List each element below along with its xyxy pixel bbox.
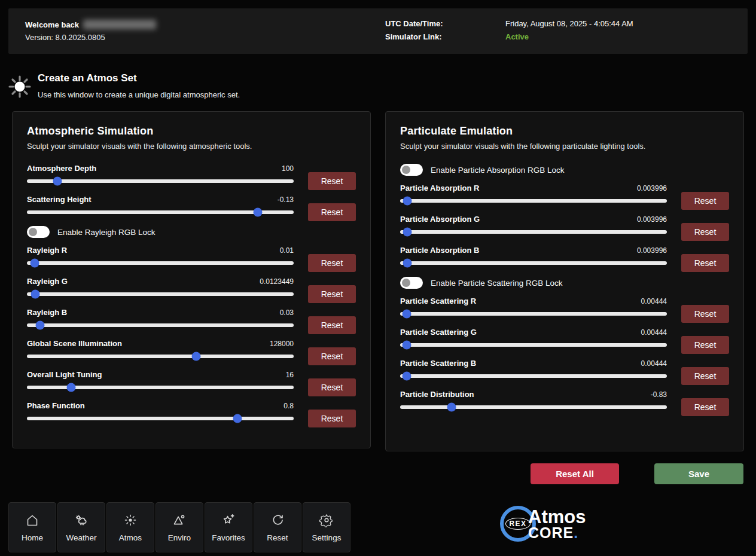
slider-value: 0.01	[280, 246, 294, 255]
toggle-switch[interactable]	[400, 164, 423, 176]
slider-row: Scattering Height -0.13 Reset	[27, 195, 356, 218]
slider-thumb[interactable]	[402, 372, 411, 381]
reset-button[interactable]: Reset	[308, 203, 356, 221]
nav-settings-button[interactable]: Settings	[303, 502, 350, 552]
slider-value: 0.003996	[637, 246, 667, 255]
reset-button[interactable]: Reset	[308, 410, 356, 427]
slider-thumb[interactable]	[53, 177, 62, 186]
slider-thumb[interactable]	[447, 403, 456, 412]
slider[interactable]	[27, 351, 294, 362]
slider[interactable]	[27, 413, 294, 424]
slider[interactable]	[400, 308, 667, 319]
slider-thumb[interactable]	[192, 352, 201, 361]
toggle-row: Enable Particle Absorption RGB Lock	[400, 164, 729, 176]
reset-button[interactable]: Reset	[308, 378, 356, 396]
reset-button[interactable]: Reset	[308, 254, 356, 272]
reset-button[interactable]: Reset	[308, 172, 356, 190]
slider-thumb[interactable]	[233, 414, 242, 423]
slider-row: Rayleigh B 0.03 Reset	[27, 308, 356, 331]
slider[interactable]	[400, 371, 667, 381]
refresh-icon	[270, 513, 285, 527]
slider-label: Particle Absorption G	[400, 215, 480, 224]
gear-icon	[319, 513, 334, 527]
nav-label: Weather	[66, 533, 97, 542]
weather-gear-icon	[74, 513, 89, 527]
toggle-knob	[402, 279, 410, 287]
slider-value: 0.8	[284, 402, 294, 410]
nav-label: Reset	[267, 533, 288, 542]
slider-track[interactable]	[400, 199, 667, 203]
reset-button[interactable]: Reset	[308, 347, 356, 365]
slider[interactable]	[27, 258, 294, 268]
reset-button[interactable]: Reset	[308, 316, 356, 334]
slider-value: 16	[286, 371, 294, 379]
slider-thumb[interactable]	[402, 310, 411, 319]
slider-track[interactable]	[400, 230, 667, 234]
nav-reset-button[interactable]: Reset	[254, 502, 301, 552]
slider-thumb[interactable]	[31, 290, 40, 299]
slider-thumb[interactable]	[36, 321, 45, 330]
nav-enviro-button[interactable]: Enviro	[156, 502, 203, 552]
slider-thumb[interactable]	[402, 341, 411, 350]
reset-button[interactable]: Reset	[681, 398, 729, 416]
save-button[interactable]: Save	[654, 463, 743, 484]
slider-thumb[interactable]	[403, 197, 411, 206]
slider-value: 100	[282, 164, 294, 173]
reset-button[interactable]: Reset	[681, 254, 729, 272]
slider-label: Rayleigh B	[27, 308, 67, 317]
slider-row: Particle Absorption R 0.003996 Reset	[400, 184, 729, 206]
nav-label: Enviro	[168, 533, 191, 542]
slider-track[interactable]	[400, 312, 667, 316]
mountain-sun-icon	[172, 513, 187, 527]
panel-subtitle: Sculpt your simulator visuals with the f…	[27, 142, 356, 151]
reset-button[interactable]: Reset	[308, 285, 356, 303]
slider-track[interactable]	[400, 405, 667, 409]
reset-button[interactable]: Reset	[681, 367, 729, 385]
slider-label: Particle Scattering B	[400, 359, 476, 368]
reset-button[interactable]: Reset	[681, 192, 729, 210]
slider[interactable]	[27, 176, 294, 187]
reset-button[interactable]: Reset	[681, 336, 729, 354]
slider-label: Rayleigh G	[27, 277, 68, 286]
slider-track[interactable]	[27, 292, 294, 296]
reset-all-button[interactable]: Reset All	[531, 463, 619, 484]
nav-favorites-button[interactable]: Favorites	[205, 502, 252, 552]
toggle-switch[interactable]	[27, 226, 50, 238]
reset-button[interactable]: Reset	[681, 305, 729, 323]
slider-track[interactable]	[27, 417, 294, 420]
nav-home-button[interactable]: Home	[8, 502, 56, 552]
nav-label: Settings	[312, 533, 342, 542]
slider-track[interactable]	[27, 323, 294, 327]
slider-thumb[interactable]	[403, 228, 411, 237]
toggle-row: Enable Rayleigh RGB Lock	[27, 226, 356, 238]
slider[interactable]	[27, 289, 294, 300]
slider-row: Particle Distribution -0.83 Reset	[400, 390, 729, 413]
slider[interactable]	[27, 382, 294, 393]
slider-thumb[interactable]	[253, 208, 262, 217]
toggle-switch[interactable]	[400, 277, 423, 289]
slider-track[interactable]	[27, 179, 294, 183]
slider-value: 128000	[270, 340, 294, 348]
reset-button[interactable]: Reset	[681, 223, 729, 241]
slider-thumb[interactable]	[403, 259, 411, 268]
slider[interactable]	[400, 340, 667, 350]
slider-track[interactable]	[400, 374, 667, 378]
slider-track[interactable]	[400, 343, 667, 347]
slider-thumb[interactable]	[66, 383, 75, 392]
slider[interactable]	[400, 227, 667, 237]
nav-atmos-button[interactable]: Atmos	[106, 502, 154, 552]
slider-thumb[interactable]	[31, 259, 39, 268]
slider-track[interactable]	[400, 261, 667, 265]
slider-track[interactable]	[27, 261, 294, 265]
slider-value: -0.83	[651, 390, 667, 399]
slider-track[interactable]	[27, 355, 294, 358]
page-subtitle: Use this window to create a unique digit…	[38, 90, 240, 99]
slider[interactable]	[27, 207, 294, 218]
slider[interactable]	[400, 195, 667, 206]
nav-weather-button[interactable]: Weather	[57, 502, 105, 552]
slider[interactable]	[400, 402, 667, 413]
panel-subtitle: Sculpt your simulator visuals with the f…	[400, 142, 729, 151]
slider[interactable]	[27, 320, 294, 331]
slider[interactable]	[400, 258, 667, 268]
toggle-row: Enable Particle Scattering RGB Lock	[400, 277, 729, 289]
